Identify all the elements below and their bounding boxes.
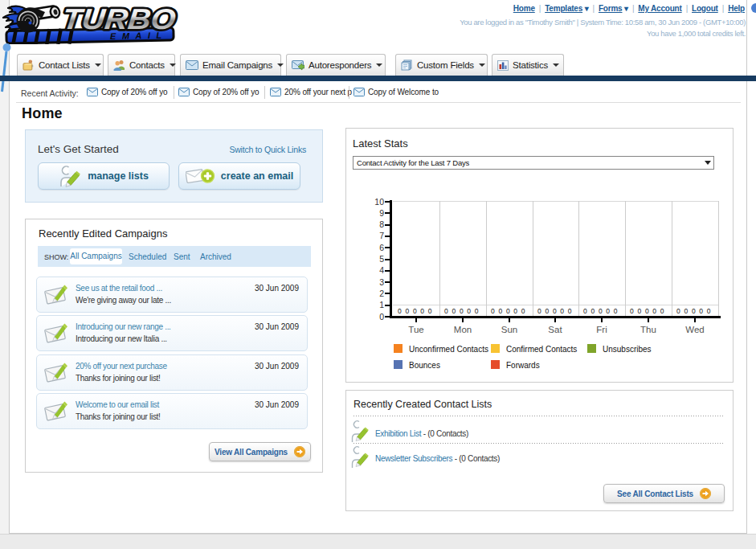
svg-text:TURBO: TURBO	[61, 3, 178, 36]
